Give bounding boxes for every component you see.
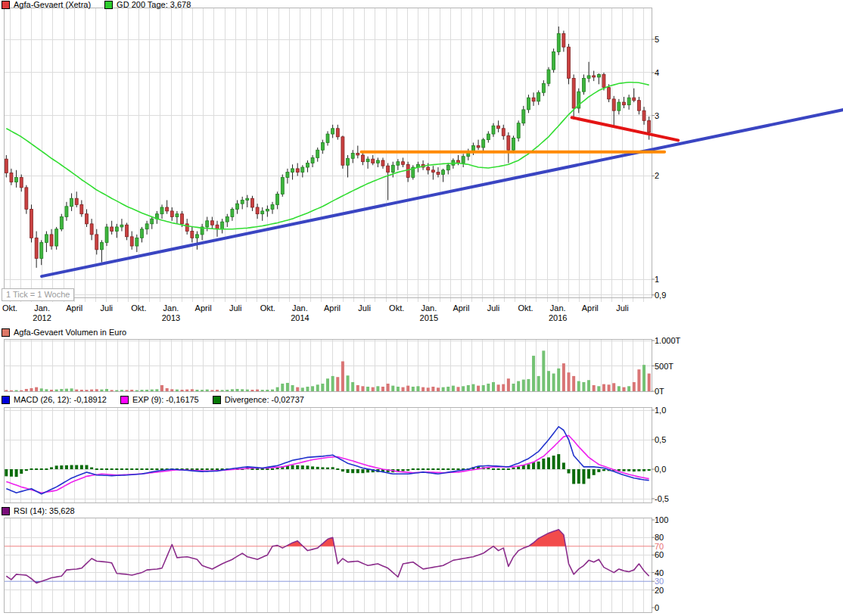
svg-text:0T: 0T bbox=[655, 387, 664, 396]
volume-swatch-icon bbox=[2, 328, 10, 337]
svg-text:5: 5 bbox=[655, 35, 659, 44]
svg-text:Okt.: Okt. bbox=[518, 303, 533, 313]
volume-label: Agfa-Gevaert Volumen in Euro bbox=[14, 328, 126, 337]
legend-item-macd: MACD (26, 12): -0,18912 bbox=[2, 396, 107, 404]
exp-label: EXP (9): -0,16175 bbox=[132, 396, 199, 404]
svg-text:Jan.: Jan. bbox=[292, 303, 308, 313]
svg-text:0: 0 bbox=[655, 603, 659, 612]
volume-legend: Agfa-Gevaert Volumen in Euro bbox=[2, 328, 126, 337]
legend-item-gd200: GD 200 Tage: 3,678 bbox=[104, 1, 191, 9]
svg-text:1: 1 bbox=[655, 275, 659, 284]
svg-text:Juli: Juli bbox=[229, 303, 242, 313]
svg-text:April: April bbox=[582, 303, 599, 313]
svg-text:500T: 500T bbox=[655, 362, 673, 371]
trend-support-line bbox=[42, 110, 843, 276]
svg-text:April: April bbox=[66, 303, 82, 313]
x-axis-labels: Okt.Jan.2012AprilJuliOkt.Jan.2013AprilJu… bbox=[2, 303, 629, 322]
svg-text:April: April bbox=[324, 303, 341, 313]
svg-text:-0,5: -0,5 bbox=[655, 494, 669, 503]
svg-text:Jan.: Jan. bbox=[163, 303, 179, 313]
svg-text:4: 4 bbox=[655, 68, 659, 77]
legend-item-volume: Agfa-Gevaert Volumen in Euro bbox=[2, 328, 126, 337]
divergence-swatch-icon bbox=[213, 396, 221, 404]
svg-text:Jan.: Jan. bbox=[34, 303, 50, 313]
macd-swatch-icon bbox=[2, 396, 10, 404]
legend-item-exp: EXP (9): -0,16175 bbox=[120, 396, 199, 404]
legend-item-divergence: Divergence: -0,02737 bbox=[213, 396, 304, 404]
svg-text:1,0: 1,0 bbox=[655, 406, 666, 415]
svg-text:0,9: 0,9 bbox=[655, 291, 666, 300]
svg-text:Juli: Juli bbox=[101, 303, 114, 313]
rsi-label: RSI (14): 35,628 bbox=[14, 507, 75, 515]
svg-text:Juli: Juli bbox=[616, 303, 629, 313]
svg-text:1.000T: 1.000T bbox=[655, 336, 681, 345]
svg-text:100: 100 bbox=[655, 515, 668, 524]
gd200-label: GD 200 Tage: 3,678 bbox=[117, 1, 191, 9]
legend-item-rsi: RSI (14): 35,628 bbox=[2, 507, 75, 515]
svg-text:70: 70 bbox=[655, 542, 664, 551]
gd200-swatch-icon bbox=[104, 1, 113, 9]
svg-text:2: 2 bbox=[655, 171, 659, 180]
rsi-legend: RSI (14): 35,628 bbox=[2, 507, 75, 515]
svg-text:40: 40 bbox=[655, 568, 664, 577]
macd-label: MACD (26, 12): -0,18912 bbox=[14, 396, 107, 404]
svg-text:Okt.: Okt. bbox=[389, 303, 404, 313]
macd-legend: MACD (26, 12): -0,18912 EXP (9): -0,1617… bbox=[2, 396, 304, 404]
svg-text:20: 20 bbox=[655, 586, 664, 595]
legend-item-price-series: Agfa-Gevaert (Xetra) bbox=[2, 1, 91, 9]
price-legend: Agfa-Gevaert (Xetra) GD 200 Tage: 3,678 bbox=[2, 1, 191, 9]
svg-text:April: April bbox=[195, 303, 212, 313]
svg-text:60: 60 bbox=[655, 550, 664, 559]
svg-text:0,5: 0,5 bbox=[655, 435, 666, 444]
svg-text:Juli: Juli bbox=[487, 303, 500, 313]
svg-text:2015: 2015 bbox=[420, 313, 438, 322]
rsi-overbought-fill bbox=[171, 530, 565, 546]
svg-text:0,0: 0,0 bbox=[655, 465, 666, 474]
divergence-histogram bbox=[5, 454, 650, 484]
svg-text:3: 3 bbox=[655, 111, 659, 120]
chart-page: 543210,91.000T500T0T1,00,50,0-0,51008070… bbox=[0, 0, 843, 616]
rsi-swatch-icon bbox=[2, 507, 10, 515]
svg-text:2016: 2016 bbox=[549, 313, 567, 322]
svg-text:Okt.: Okt. bbox=[260, 303, 275, 313]
exp-swatch-icon bbox=[120, 396, 129, 404]
trend-resistance-line bbox=[572, 117, 678, 140]
volume-bars bbox=[5, 350, 650, 391]
svg-text:2013: 2013 bbox=[162, 313, 180, 322]
gd200-line bbox=[6, 82, 649, 229]
svg-text:30: 30 bbox=[655, 577, 664, 586]
svg-text:Okt.: Okt. bbox=[131, 303, 146, 313]
svg-text:April: April bbox=[453, 303, 469, 313]
candles bbox=[5, 26, 650, 268]
svg-text:2014: 2014 bbox=[291, 313, 309, 322]
svg-text:2012: 2012 bbox=[33, 313, 51, 322]
y-axis-labels: 543210,91.000T500T0T1,00,50,0-0,51008070… bbox=[652, 35, 681, 612]
price-series-swatch-icon bbox=[2, 1, 10, 9]
svg-text:Jan.: Jan. bbox=[421, 303, 437, 313]
tick-scale-note: 1 Tick = 1 Woche bbox=[2, 288, 74, 301]
svg-text:Juli: Juli bbox=[358, 303, 371, 313]
divergence-label: Divergence: -0,02737 bbox=[225, 396, 304, 404]
svg-text:Okt.: Okt. bbox=[2, 303, 17, 313]
svg-text:Jan.: Jan. bbox=[550, 303, 566, 313]
price-series-label: Agfa-Gevaert (Xetra) bbox=[14, 1, 91, 9]
chart-canvas: 543210,91.000T500T0T1,00,50,0-0,51008070… bbox=[0, 0, 843, 616]
svg-text:80: 80 bbox=[655, 533, 664, 542]
